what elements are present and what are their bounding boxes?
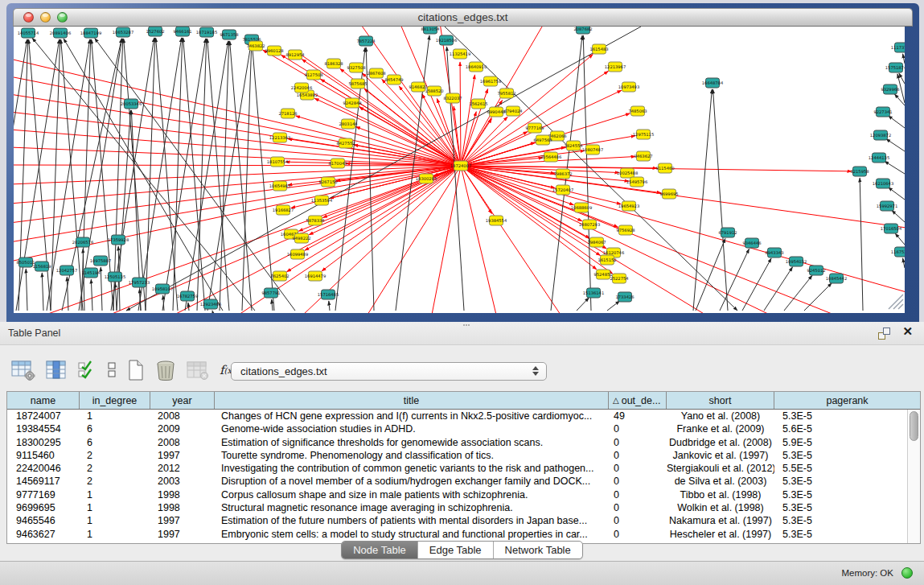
graph-node-label: 7984067 — [587, 240, 606, 245]
graph-node-label: 9857791 — [261, 290, 280, 295]
graph-node-label: 10973493 — [618, 84, 639, 89]
table-cell: Dudbridge et al. (2008) — [667, 436, 774, 449]
table-row[interactable]: 1456911722003Disruption of a novel membe… — [7, 475, 907, 488]
scrollbar-thumb[interactable] — [910, 411, 918, 441]
graph-node-label: 7625402 — [270, 274, 289, 278]
citation-network-graph[interactable]: 1405571420891406188471991065328715276029… — [14, 27, 905, 313]
memory-indicator[interactable] — [901, 567, 913, 579]
close-window-button[interactable] — [23, 12, 34, 23]
graph-node-label: 8322037 — [443, 96, 462, 101]
graph-node-label: 8170043 — [328, 161, 347, 166]
graph-node-label: 11353594 — [311, 198, 333, 203]
table-cell: Estimation of the future numbers of pati… — [215, 514, 609, 527]
column-header-title[interactable]: title — [215, 392, 609, 409]
tab-node-table[interactable]: Node Table — [342, 542, 417, 558]
table-cell: 1 — [80, 488, 150, 501]
split-divider-grip[interactable] — [462, 323, 470, 328]
graph-node-label: 19384554 — [486, 218, 507, 223]
graph-nodes: 1405571420891406188471991065328715276029… — [16, 27, 905, 309]
table-row[interactable]: 2242004622012Investigating the contribut… — [7, 462, 907, 475]
column-header-label: pagerank — [826, 395, 868, 406]
graph-node-label: 6990448 — [487, 109, 505, 114]
graph-node-label: 10958107 — [152, 286, 173, 291]
select-all-icon[interactable] — [77, 360, 97, 380]
table-cell: 0 — [609, 501, 667, 514]
delete-icon[interactable] — [155, 360, 176, 381]
close-panel-icon[interactable]: ✕ — [902, 324, 913, 339]
graph-node-label: 1562615 — [469, 101, 487, 106]
column-header-name[interactable]: name — [7, 392, 80, 409]
graph-node-label: 9227341 — [873, 109, 892, 114]
vertical-scrollbar[interactable] — [907, 410, 920, 543]
table-row[interactable]: 1872400712008Changes of HCN gene express… — [7, 410, 907, 422]
table-cell: 0 — [609, 488, 667, 501]
table-row[interactable]: 969969511998Structural magnetic resonanc… — [7, 501, 907, 514]
table-cell: 22420046 — [7, 462, 80, 475]
canvas-resize-grip[interactable] — [889, 295, 903, 309]
column-header-out-de-[interactable]: △out_de... — [609, 392, 667, 409]
zoom-window-button[interactable] — [57, 12, 68, 23]
graph-node-label: 9346446 — [742, 241, 761, 245]
graph-node-label: 12093872 — [870, 133, 891, 138]
graph-node-label: 18847199 — [80, 31, 101, 35]
column-header-short[interactable]: short — [667, 392, 774, 409]
table-cell: 0 — [609, 475, 667, 488]
graph-node-label: 14055714 — [18, 31, 39, 35]
node-table: namein_degreeyeartitle△out_de...shortpag… — [6, 391, 921, 544]
tab-edge-table[interactable]: Edge Table — [417, 542, 493, 558]
graph-node-label: 9327508 — [347, 65, 365, 70]
graph-node-label: 15751874 — [885, 65, 905, 70]
table-selector-dropdown[interactable]: citations_edges.txt — [231, 362, 547, 381]
table-cell: Changes of HCN gene expression and I(f) … — [215, 410, 609, 422]
graph-node-label: 17359928 — [108, 237, 129, 242]
graph-node-label: 1156819 — [32, 264, 51, 269]
column-header-pagerank[interactable]: pagerank — [774, 392, 920, 409]
table-row[interactable]: 946362711997Embryonic stem cells: a mode… — [7, 528, 907, 541]
rows-icon[interactable] — [107, 361, 117, 379]
graph-node-label: 19218506 — [436, 38, 457, 43]
graph-node-label: 15136141 — [583, 290, 604, 295]
graph-node-label: 16210643 — [873, 181, 893, 186]
table-row[interactable]: 1830029562008Estimation of significance … — [7, 436, 907, 449]
graph-node-label: 9267150 — [318, 179, 337, 184]
table-cell: 5.3E-5 — [774, 514, 907, 527]
table-row[interactable]: 1938455462009Genome-wide association stu… — [7, 422, 907, 435]
table-row[interactable]: 911546021997Tourette syndrome. Phenomeno… — [7, 449, 907, 462]
table-cell: Disruption of a novel member of a sodium… — [215, 475, 609, 488]
table-row[interactable]: 946554611997Estimation of the future num… — [7, 514, 907, 527]
table-header-row: namein_degreeyeartitle△out_de...shortpag… — [7, 392, 920, 410]
table-cell: 2 — [80, 475, 150, 488]
graph-node-label: 9756928 — [616, 228, 634, 233]
graph-node-label: 9671358 — [220, 32, 238, 37]
delete-table-icon[interactable] — [187, 360, 209, 380]
new-document-icon[interactable] — [127, 360, 145, 381]
tab-network-table[interactable]: Network Table — [493, 542, 582, 558]
network-canvas[interactable]: 1405571420891406188471991065328715276029… — [14, 27, 905, 313]
graph-node-label: 18300295 — [416, 176, 437, 181]
column-icon[interactable] — [46, 360, 67, 380]
graph-node-label: 12505135 — [105, 274, 125, 279]
graph-node-label: 20053346 — [121, 101, 142, 106]
graph-node-label: 12975115 — [633, 132, 654, 137]
graph-node-label: 22420046 — [291, 85, 312, 90]
column-header-label: short — [709, 395, 732, 406]
column-header-in-degree[interactable]: in_degree — [80, 392, 150, 409]
graph-node-label: 6794024 — [503, 109, 523, 113]
graph-node-label: 3824554 — [564, 143, 583, 148]
graph-node-label: 8912954 — [285, 52, 305, 57]
graph-node-label: 9777169 — [525, 126, 544, 130]
table-settings-icon[interactable] — [11, 360, 35, 381]
column-header-year[interactable]: year — [150, 392, 215, 409]
minimize-window-button[interactable] — [40, 12, 51, 23]
float-panel-icon[interactable] — [878, 328, 890, 340]
table-panel-header: Table Panel ✕ — [0, 322, 924, 345]
table-cell: Tourette syndrome. Phenomenology and cla… — [215, 449, 609, 462]
graph-node-label: 10954032 — [786, 259, 807, 264]
table-cell: Investigating the contribution of common… — [215, 462, 609, 475]
table-cell: 1998 — [150, 501, 215, 514]
window-title-bar[interactable]: citations_edges.txt — [13, 8, 913, 27]
table-cell: de Silva et al. (2003) — [667, 475, 774, 488]
table-row[interactable]: 977716911998Corpus callosum shape and si… — [7, 488, 907, 501]
graph-node-label: 10025488 — [617, 171, 638, 175]
status-bar: Memory: OK — [0, 561, 924, 585]
